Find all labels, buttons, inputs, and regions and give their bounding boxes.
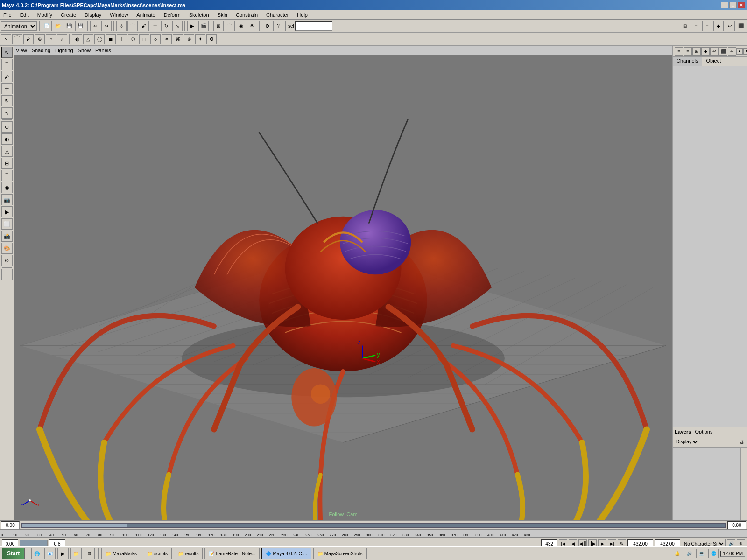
right-icon3[interactable]: ≡: [702, 21, 712, 31]
tool-artisan[interactable]: 🎨: [1, 243, 13, 254]
minimize-button[interactable]: _: [721, 2, 728, 8]
snap-curve-btn[interactable]: ⌒: [225, 21, 235, 31]
tool-snap-curve[interactable]: ⌒: [1, 170, 13, 181]
menu-skin[interactable]: Skin: [216, 12, 229, 18]
curve-btn[interactable]: ◯: [94, 34, 105, 44]
tool-paint[interactable]: 🖌: [1, 71, 13, 82]
viewport-menu-show[interactable]: Show: [78, 48, 91, 53]
layers-display-dropdown[interactable]: Display: [674, 438, 699, 446]
tab-channels[interactable]: Channels: [673, 57, 702, 66]
translate-btn[interactable]: ⊕: [35, 34, 45, 44]
paint-btn[interactable]: 🖌: [139, 21, 149, 31]
tool11-btn[interactable]: ⊛: [184, 34, 194, 44]
taskbar-email-icon[interactable]: 📧: [44, 548, 56, 559]
taskbar-item-screenshots[interactable]: 📁 MayaScreenShots: [313, 548, 367, 559]
right-icon4[interactable]: ◆: [713, 21, 724, 31]
tool12-btn[interactable]: ✦: [195, 34, 205, 44]
select-btn[interactable]: ⊹: [116, 21, 127, 31]
right-icon5[interactable]: ↩: [725, 21, 735, 31]
taskbar-item-mayamarks[interactable]: 📁 MayaMarks: [101, 548, 141, 559]
tab-layers[interactable]: Layers: [675, 429, 691, 434]
menu-window[interactable]: Window: [108, 12, 129, 18]
animation-mode-dropdown[interactable]: Animation Modeling Dynamics Rendering: [1, 21, 37, 31]
menu-deform[interactable]: Deform: [162, 12, 182, 18]
tool-select[interactable]: ↖: [1, 47, 13, 58]
scale-btn[interactable]: ⤡: [172, 21, 183, 31]
taskbar-item-framerate[interactable]: 📝 frameRate - Note...: [204, 548, 260, 559]
menu-display[interactable]: Display: [83, 12, 103, 18]
rotate-btn[interactable]: ↻: [161, 21, 171, 31]
taskbar-desktop-icon[interactable]: 🖥: [84, 548, 95, 559]
menu-edit[interactable]: Edit: [19, 12, 30, 18]
panel-icon6[interactable]: ⬛: [719, 47, 727, 56]
snap-grid-btn[interactable]: ⊞: [213, 21, 224, 31]
tool9-btn[interactable]: ✶: [162, 34, 172, 44]
question-btn[interactable]: ?: [273, 21, 283, 31]
end-frame-input[interactable]: [727, 521, 746, 530]
right-icon2[interactable]: ≡: [691, 21, 701, 31]
menu-create[interactable]: Create: [59, 12, 78, 18]
subdiv-btn[interactable]: ⬡: [128, 34, 138, 44]
tool-region-render[interactable]: ⬜: [1, 218, 13, 230]
right-icon6[interactable]: ⬛: [736, 21, 746, 31]
viewport-menu-lighting[interactable]: Lighting: [55, 48, 73, 53]
viewport-menu-panels[interactable]: Panels: [95, 48, 111, 53]
tool-move[interactable]: ✛: [1, 83, 13, 94]
taskbar-item-scripts[interactable]: 📁 scripts: [143, 548, 172, 559]
tool-render[interactable]: ▶: [1, 206, 13, 217]
tab-options[interactable]: Options: [695, 429, 712, 434]
tool-camera[interactable]: 📷: [1, 194, 13, 205]
tool-snap-grid[interactable]: ⊞: [1, 158, 13, 169]
panel-icon7[interactable]: ↩: [728, 47, 736, 56]
systray-icon4[interactable]: 🌐: [708, 549, 719, 558]
layers-print-btn[interactable]: 🖨: [738, 438, 746, 446]
open-file-btn[interactable]: 📂: [53, 21, 63, 31]
right-icon1[interactable]: ⊞: [680, 21, 690, 31]
start-button[interactable]: Start: [2, 548, 25, 559]
lasso-tool-btn[interactable]: ⌒: [12, 34, 22, 44]
select-tool-btn[interactable]: ↖: [1, 34, 11, 44]
range-handle[interactable]: [22, 524, 127, 527]
tab-object[interactable]: Object: [702, 57, 725, 66]
panel-icon2[interactable]: ≡: [684, 47, 692, 56]
panel-icon4[interactable]: ◆: [701, 47, 710, 56]
tool-soft-mod[interactable]: ◐: [1, 133, 13, 145]
tool-rotate[interactable]: ↻: [1, 95, 13, 106]
text-btn[interactable]: T: [117, 34, 127, 44]
systray-icon3[interactable]: 💻: [696, 549, 706, 558]
new-file-btn[interactable]: 📄: [42, 21, 52, 31]
viewport-menu-view[interactable]: View: [16, 48, 27, 53]
panel-icon3[interactable]: ⊞: [692, 47, 701, 56]
viewport-menu-shading[interactable]: Shading: [32, 48, 50, 53]
lasso-btn[interactable]: ⌒: [127, 21, 138, 31]
render-btn[interactable]: ▶: [187, 21, 197, 31]
tool13-btn[interactable]: ⚙: [206, 34, 217, 44]
soft-mod-btn[interactable]: ◐: [72, 34, 82, 44]
layers-scrollbar[interactable]: [740, 448, 747, 520]
range-slider[interactable]: [21, 523, 726, 528]
taskbar-item-results[interactable]: 📁 results: [174, 548, 203, 559]
shape-btn[interactable]: △: [83, 34, 93, 44]
tool-show-manip[interactable]: ⊕: [1, 121, 13, 133]
menu-animate[interactable]: Animate: [135, 12, 156, 18]
tool-extra2[interactable]: –: [1, 269, 13, 280]
tool-shape[interactable]: △: [1, 146, 13, 157]
menu-character[interactable]: Character: [265, 12, 290, 18]
systray-icon1[interactable]: 🔔: [672, 549, 682, 558]
tool8-btn[interactable]: ⟡: [150, 34, 161, 44]
sel-input[interactable]: [295, 21, 332, 31]
save-as-btn[interactable]: 💾: [75, 21, 85, 31]
history-btn[interactable]: ⚙: [262, 21, 272, 31]
panel-icon1[interactable]: ≡: [675, 47, 683, 56]
snap-point-btn[interactable]: ◉: [236, 21, 246, 31]
tool-scale[interactable]: ⤡: [1, 107, 13, 119]
menu-help[interactable]: Help: [296, 12, 309, 18]
taskbar-item-maya[interactable]: 🔷 Maya 4.0.2: C:...: [261, 548, 311, 559]
move-btn[interactable]: ✛: [150, 21, 160, 31]
scale-tool-btn[interactable]: ⤢: [57, 34, 67, 44]
save-file-btn[interactable]: 💾: [64, 21, 74, 31]
close-button[interactable]: ✕: [738, 2, 745, 8]
redo-btn[interactable]: ↪: [101, 21, 112, 31]
polygon-btn[interactable]: ◼: [106, 34, 116, 44]
menu-skeleton[interactable]: Skeleton: [188, 12, 211, 18]
